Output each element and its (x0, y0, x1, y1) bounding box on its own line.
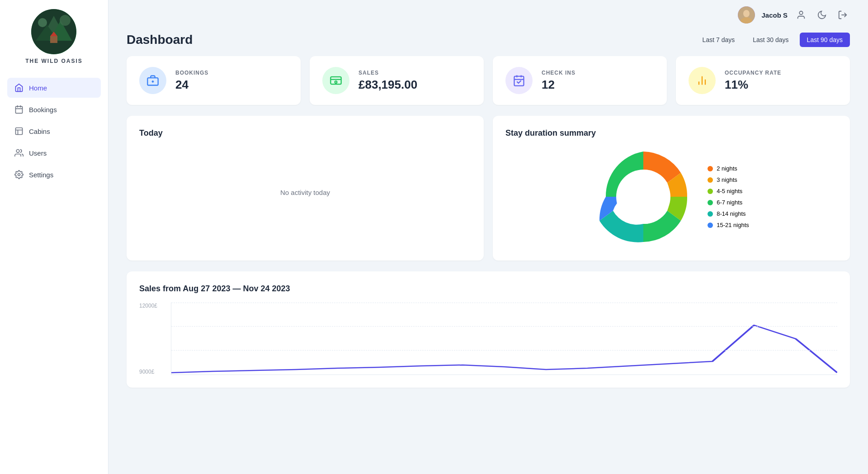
users-icon (14, 148, 24, 157)
logo-image (31, 9, 76, 54)
stat-card-occupancy: OCCUPANCY RATE 11% (676, 56, 850, 105)
panels-row: Today No activity today Stay duration su… (127, 116, 850, 261)
main-content: Jacob S Dashboard Last 7 days Last 30 da… (108, 0, 868, 474)
legend-label-5: 15-21 nights (717, 222, 749, 228)
today-panel-title: Today (139, 128, 471, 138)
stay-duration-title: Stay duration summary (505, 128, 837, 138)
dashboard-content: BOOKINGS 24 SALES £83,195.00 (108, 56, 868, 474)
user-name: Jacob S (761, 11, 788, 19)
cabins-icon (14, 127, 24, 136)
stats-row: BOOKINGS 24 SALES £83,195.00 (127, 56, 850, 105)
svg-point-27 (335, 81, 337, 83)
legend-item-2: 4-5 nights (708, 188, 749, 194)
sales-chart-title: Sales from Aug 27 2023 — Nov 24 2023 (139, 284, 837, 294)
sidebar-item-home-label: Home (29, 84, 47, 92)
legend-dot-2 (708, 189, 713, 194)
checkins-stat-info: CHECK INS 12 (542, 70, 576, 92)
filter-7-days[interactable]: Last 7 days (695, 33, 742, 47)
stay-duration-panel: Stay duration summary (493, 116, 850, 261)
checkins-label: CHECK INS (542, 70, 576, 76)
donut-section: 2 nights 3 nights 4-5 nights 6-7 ni (505, 147, 837, 246)
svg-point-35 (616, 170, 670, 224)
bookings-label: BOOKINGS (175, 70, 208, 76)
svg-rect-28 (514, 76, 524, 86)
settings-icon (14, 170, 24, 179)
sidebar-item-bookings[interactable]: Bookings (7, 100, 101, 119)
grid-line-mid1 (171, 326, 837, 327)
legend-label-1: 3 nights (717, 176, 737, 183)
sales-chart-panel: Sales from Aug 27 2023 — Nov 24 2023 120… (127, 271, 850, 388)
legend-label-2: 4-5 nights (717, 188, 742, 194)
avatar (738, 6, 755, 24)
svg-point-6 (38, 18, 47, 27)
svg-point-15 (16, 150, 19, 153)
sidebar-item-home[interactable]: Home (7, 78, 101, 98)
legend-label-4: 8-14 nights (717, 210, 745, 217)
sidebar-item-cabins-label: Cabins (29, 128, 50, 135)
legend-label-0: 2 nights (717, 165, 737, 172)
svg-point-7 (60, 15, 71, 26)
grid-line-mid2 (171, 350, 837, 351)
page-title: Dashboard (127, 33, 193, 47)
nav-list: Home Bookings Cabins (0, 78, 108, 186)
checkins-value: 12 (542, 78, 576, 92)
sidebar-item-users-label: Users (29, 149, 47, 157)
legend-item-1: 3 nights (708, 176, 749, 183)
logo-area: THE WILD OASIS (25, 9, 83, 64)
filter-30-days[interactable]: Last 30 days (745, 33, 796, 47)
legend-dot-5 (708, 223, 713, 228)
svg-rect-8 (16, 106, 23, 113)
bookings-icon (14, 105, 24, 114)
bookings-value: 24 (175, 78, 208, 92)
sales-chart-wrapper: 12000£ 9000£ (139, 303, 837, 375)
moon-icon-btn[interactable] (815, 8, 829, 22)
svg-point-18 (743, 10, 750, 17)
legend-item-4: 8-14 nights (708, 210, 749, 217)
legend-item-5: 15-21 nights (708, 222, 749, 228)
legend-dot-1 (708, 177, 713, 183)
sales-value: £83,195.00 (359, 78, 417, 92)
sidebar-item-users[interactable]: Users (7, 143, 101, 163)
grid-line-top (171, 303, 837, 303)
occupancy-stat-icon (689, 67, 716, 94)
y-axis-labels: 12000£ 9000£ (139, 303, 157, 375)
donut-chart (594, 147, 693, 246)
legend-item-3: 6-7 nights (708, 199, 749, 206)
stat-card-checkins: CHECK INS 12 (493, 56, 667, 105)
sales-stat-icon (322, 67, 349, 94)
sidebar: THE WILD OASIS Home Bookings (0, 0, 108, 474)
legend: 2 nights 3 nights 4-5 nights 6-7 ni (708, 165, 749, 228)
bookings-stat-info: BOOKINGS 24 (175, 70, 208, 92)
today-panel: Today No activity today (127, 116, 484, 261)
sidebar-item-settings[interactable]: Settings (7, 165, 101, 185)
stat-card-sales: SALES £83,195.00 (310, 56, 484, 105)
no-activity-message: No activity today (139, 147, 471, 237)
sidebar-item-settings-label: Settings (29, 171, 53, 179)
svg-point-16 (18, 174, 20, 176)
sidebar-item-cabins[interactable]: Cabins (7, 121, 101, 141)
legend-dot-4 (708, 211, 713, 217)
user-icon-btn[interactable] (794, 8, 808, 22)
date-filter: Last 7 days Last 30 days Last 90 days (695, 33, 850, 47)
logout-icon-btn[interactable] (835, 8, 850, 22)
svg-rect-4 (50, 36, 57, 43)
sales-chart-area (171, 303, 837, 375)
page-header: Dashboard Last 7 days Last 30 days Last … (108, 24, 868, 56)
legend-dot-3 (708, 200, 713, 205)
svg-rect-12 (16, 128, 23, 135)
app-title: THE WILD OASIS (25, 58, 83, 64)
legend-item-0: 2 nights (708, 165, 749, 172)
legend-dot-0 (708, 166, 713, 171)
filter-90-days[interactable]: Last 90 days (800, 33, 850, 47)
sidebar-item-bookings-label: Bookings (29, 106, 57, 114)
home-icon (14, 83, 24, 92)
stat-card-bookings: BOOKINGS 24 (127, 56, 301, 105)
svg-point-20 (799, 11, 802, 14)
occupancy-stat-info: OCCUPANCY RATE 11% (725, 70, 781, 92)
bookings-stat-icon (139, 67, 166, 94)
occupancy-label: OCCUPANCY RATE (725, 70, 781, 76)
checkins-stat-icon (505, 67, 533, 94)
sales-label: SALES (359, 70, 417, 76)
legend-label-3: 6-7 nights (717, 199, 742, 206)
sales-line-svg (171, 303, 837, 375)
